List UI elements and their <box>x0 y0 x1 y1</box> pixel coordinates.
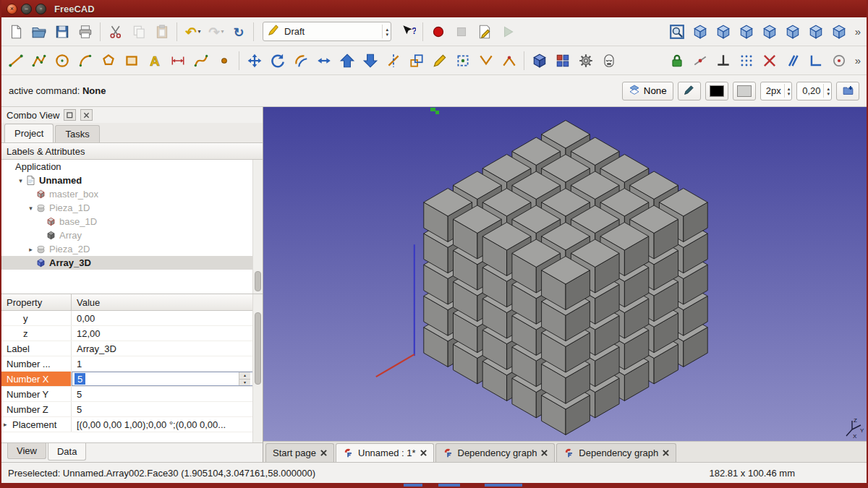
face-color-button[interactable] <box>733 82 756 100</box>
panel-tab-data[interactable]: Data <box>48 443 86 461</box>
draft-circle-button[interactable] <box>51 49 73 72</box>
cut-button[interactable] <box>104 20 127 43</box>
close-icon[interactable] <box>320 450 327 456</box>
redo-button[interactable]: ↷▾ <box>204 20 226 43</box>
draft-array-button[interactable] <box>551 49 574 72</box>
property-name[interactable]: Number Z <box>1 402 72 416</box>
mdi-tab-dependency-graph[interactable]: Dependency graph <box>435 443 556 462</box>
property-row-label[interactable]: LabelArray_3D <box>1 341 263 356</box>
window-maximize-button[interactable]: ▫ <box>35 4 46 14</box>
property-value[interactable]: Array_3D <box>72 341 263 356</box>
property-name[interactable]: y <box>1 311 72 325</box>
3d-viewport[interactable]: Z Y X <box>263 107 867 441</box>
view-axonometric-button[interactable] <box>689 20 712 43</box>
draft-upgrade-button[interactable] <box>336 49 358 72</box>
draft-shapestring-button[interactable] <box>597 49 620 72</box>
property-value[interactable]: 1 <box>72 356 263 371</box>
property-expander-icon[interactable]: ▸ <box>4 421 12 428</box>
tree-item-master-box[interactable]: master_box <box>1 187 263 201</box>
view-front-button[interactable] <box>712 20 735 43</box>
draft-downgrade-button[interactable] <box>359 49 381 72</box>
autogroup-button[interactable] <box>836 82 859 100</box>
view-right-button[interactable] <box>759 20 781 43</box>
tree-scrollbar[interactable] <box>252 160 263 294</box>
property-value[interactable]: 12,00 <box>72 326 263 341</box>
view-rear-button[interactable] <box>782 20 804 43</box>
refresh-button[interactable]: ↻ <box>227 20 250 43</box>
draft-edit-button[interactable] <box>428 49 451 72</box>
property-value-editor[interactable]: 5▴▾ <box>72 372 263 386</box>
macro-edit-button[interactable] <box>473 20 495 43</box>
view-bottom-button[interactable] <box>805 20 827 43</box>
tab-tasks[interactable]: Tasks <box>55 125 99 142</box>
line-color-button[interactable] <box>705 82 728 100</box>
construction-mode-button[interactable] <box>678 82 701 100</box>
tree-expander-icon[interactable]: ▾ <box>26 205 35 212</box>
draft-line-button[interactable] <box>4 49 27 72</box>
window-close-button[interactable]: × <box>7 4 17 14</box>
new-document-button[interactable] <box>4 20 27 43</box>
copy-button[interactable] <box>127 20 150 43</box>
tree-item-pieza-1d[interactable]: ▾Pieza_1D <box>1 201 263 215</box>
tree-column-header[interactable]: Labels & Attributes <box>1 143 263 160</box>
draft-offset-button[interactable] <box>289 49 312 72</box>
workbench-selector[interactable]: Draft ▴▾ <box>263 22 391 41</box>
draft-polygon-button[interactable] <box>97 49 119 72</box>
mdi-tab-dependency-graph[interactable]: Dependency graph <box>556 443 676 462</box>
macro-play-button[interactable] <box>496 20 519 43</box>
spinner-arrows-icon[interactable]: ▴▾ <box>823 84 830 98</box>
save-document-button[interactable] <box>51 20 73 43</box>
snap-intersection-button[interactable] <box>759 49 781 72</box>
dropdown-caret-icon[interactable]: ▾ <box>197 28 200 35</box>
whats-this-button[interactable]: ? <box>396 20 419 43</box>
line-width-spinbox[interactable]: 2px ▴▾ <box>760 82 792 100</box>
tree-item-pieza-2d[interactable]: ▸Pieza_2D <box>1 242 263 256</box>
text-size-spinbox[interactable]: 0,20 ▴▾ <box>796 82 832 100</box>
property-row-number-z[interactable]: Number Z5 <box>1 402 263 417</box>
tree-item-unnamed[interactable]: ▾Unnamed <box>1 174 263 187</box>
draft-to-sketch-button[interactable] <box>528 49 550 72</box>
fit-all-button[interactable] <box>666 20 689 43</box>
property-row-placement[interactable]: ▸Placement[(0,00 0,00 1,00);0,00 °;(0,00… <box>1 417 263 432</box>
property-grid-scrollbar[interactable] <box>252 294 263 442</box>
open-document-button[interactable] <box>27 20 50 43</box>
spinner-arrows-icon[interactable]: ▴▾ <box>784 84 791 98</box>
draft-dimension-button[interactable] <box>166 49 189 72</box>
draft-bspline-button[interactable] <box>190 49 212 72</box>
property-name[interactable]: Number Y <box>1 387 72 401</box>
draft-join-button[interactable] <box>475 49 497 72</box>
snap-lock-button[interactable] <box>666 49 689 72</box>
snap-center-button[interactable] <box>828 49 851 72</box>
mdi-tab-unnamed-1[interactable]: Unnamed : 1* <box>336 443 434 462</box>
tree-expander-icon[interactable]: ▾ <box>16 177 25 184</box>
undo-button[interactable]: ↶▾ <box>181 20 203 43</box>
close-icon[interactable] <box>420 450 427 456</box>
draft-point-button[interactable] <box>213 49 235 72</box>
draft-arc-button[interactable] <box>74 49 96 72</box>
paste-button[interactable] <box>150 20 173 43</box>
property-row-z[interactable]: z12,00 <box>1 326 263 341</box>
property-value[interactable]: 0,00 <box>72 311 263 325</box>
property-row-number[interactable]: Number ...1 <box>1 356 263 372</box>
value-spinner-arrows[interactable]: ▴▾ <box>239 372 250 385</box>
layer-button[interactable]: None <box>622 82 673 100</box>
dropdown-caret-icon[interactable]: ▾ <box>221 28 224 35</box>
window-minimize-button[interactable]: − <box>21 4 32 14</box>
draft-stretch-button[interactable] <box>312 49 335 72</box>
draft-trimex-button[interactable] <box>382 49 404 72</box>
property-name[interactable]: Number ... <box>1 356 72 371</box>
draft-text-button[interactable]: A <box>143 49 166 72</box>
property-name[interactable]: Number X <box>1 372 72 386</box>
property-row-number-x[interactable]: Number X5▴▾ <box>1 372 263 387</box>
draft-split-button[interactable] <box>498 49 520 72</box>
tree-expander-icon[interactable]: ▸ <box>26 246 35 253</box>
toolbar-overflow-chevron[interactable]: » <box>852 25 864 38</box>
snap-midpoint-button[interactable] <box>689 49 712 72</box>
draft-rotate-button[interactable] <box>266 49 289 72</box>
property-name[interactable]: Label <box>1 341 72 356</box>
property-value[interactable]: 5 <box>72 387 263 401</box>
draft-subelement-button[interactable] <box>451 49 474 72</box>
property-name[interactable]: z <box>1 326 72 341</box>
draft-scale-button[interactable] <box>405 49 427 72</box>
property-name[interactable]: ▸Placement <box>1 417 72 432</box>
